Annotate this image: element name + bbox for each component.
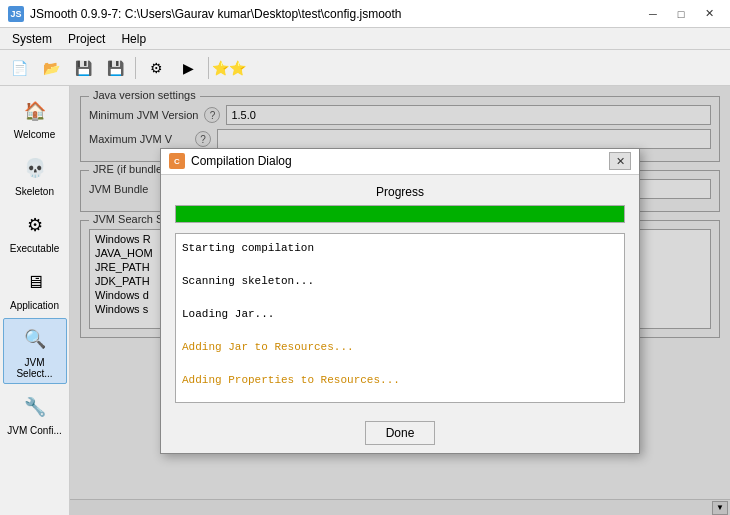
- title-bar: JS JSmooth 0.9.9-7: C:\Users\Gaurav kuma…: [0, 0, 730, 28]
- main-layout: 🏠 Welcome 💀 Skeleton ⚙ Executable 🖥 Appl…: [0, 86, 730, 515]
- window-title: JSmooth 0.9.9-7: C:\Users\Gaurav kumar\D…: [30, 7, 640, 21]
- toolbar: 📄 📂 💾 💾 ⚙ ▶ ⭐⭐: [0, 50, 730, 86]
- progress-label: Progress: [175, 185, 625, 199]
- new-button[interactable]: 📄: [4, 54, 34, 82]
- maximize-button[interactable]: □: [668, 4, 694, 24]
- done-button[interactable]: Done: [365, 421, 436, 445]
- progress-bar-fill: [176, 206, 624, 222]
- dialog-close-button[interactable]: ✕: [609, 152, 631, 170]
- log-line-2: Scanning skeleton...: [182, 273, 618, 290]
- run-button[interactable]: ▶: [173, 54, 203, 82]
- log-area: Starting compilation Scanning skeleton..…: [175, 233, 625, 403]
- dialog-title-bar: C Compilation Dialog ✕: [161, 149, 639, 175]
- toolbar-separator-1: [135, 57, 136, 79]
- log-line-5: Adding Properties to Resources...: [182, 372, 618, 389]
- app-icon: JS: [8, 6, 24, 22]
- dialog-title: Compilation Dialog: [191, 154, 609, 168]
- sidebar-item-jvm-config[interactable]: 🔧 JVM Confi...: [3, 386, 67, 441]
- sidebar: 🏠 Welcome 💀 Skeleton ⚙ Executable 🖥 Appl…: [0, 86, 70, 515]
- toolbar-separator-2: [208, 57, 209, 79]
- sidebar-item-skeleton[interactable]: 💀 Skeleton: [3, 147, 67, 202]
- application-icon: 🖥: [19, 266, 51, 298]
- settings-button[interactable]: ⚙: [141, 54, 171, 82]
- jvm-select-icon: 🔍: [19, 323, 51, 355]
- sidebar-item-application[interactable]: 🖥 Application: [3, 261, 67, 316]
- menu-project[interactable]: Project: [60, 30, 113, 48]
- jvm-config-icon: 🔧: [19, 391, 51, 423]
- save-as-button[interactable]: 💾: [100, 54, 130, 82]
- minimize-button[interactable]: ─: [640, 4, 666, 24]
- stars-button[interactable]: ⭐⭐: [214, 54, 244, 82]
- sidebar-item-welcome[interactable]: 🏠 Welcome: [3, 90, 67, 145]
- sidebar-item-jvm-select[interactable]: 🔍 JVM Select...: [3, 318, 67, 384]
- log-line-3: Loading Jar...: [182, 306, 618, 323]
- welcome-icon: 🏠: [19, 95, 51, 127]
- dialog-icon: C: [169, 153, 185, 169]
- log-line-1: Starting compilation: [182, 240, 618, 257]
- menu-system[interactable]: System: [4, 30, 60, 48]
- sidebar-item-executable[interactable]: ⚙ Executable: [3, 204, 67, 259]
- close-window-button[interactable]: ✕: [696, 4, 722, 24]
- menu-bar: System Project Help: [0, 28, 730, 50]
- content-area: Java version settings Minimum JVM Versio…: [70, 86, 730, 515]
- title-bar-controls: ─ □ ✕: [640, 4, 722, 24]
- open-button[interactable]: 📂: [36, 54, 66, 82]
- menu-help[interactable]: Help: [113, 30, 154, 48]
- dialog-footer: Done: [161, 413, 639, 453]
- executable-icon: ⚙: [19, 209, 51, 241]
- log-line-4: Adding Jar to Resources...: [182, 339, 618, 356]
- dialog-body: Progress Starting compilation Scanning s…: [161, 175, 639, 413]
- save-button[interactable]: 💾: [68, 54, 98, 82]
- compilation-dialog: C Compilation Dialog ✕ Progress Starting…: [160, 148, 640, 454]
- modal-overlay: C Compilation Dialog ✕ Progress Starting…: [70, 86, 730, 515]
- skeleton-icon: 💀: [19, 152, 51, 184]
- progress-bar-container: [175, 205, 625, 223]
